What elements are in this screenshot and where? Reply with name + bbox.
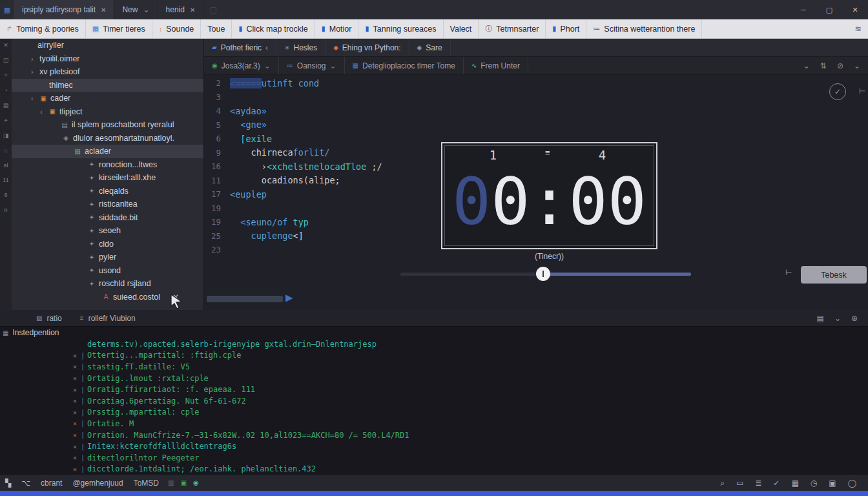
- toolbar-item[interactable]: ▮Tanning sureaces: [358, 19, 443, 38]
- tree-item[interactable]: ✦cldo: [12, 238, 203, 251]
- tab-close-icon[interactable]: ✕: [101, 6, 106, 14]
- check-icon[interactable]: ✓: [773, 479, 780, 488]
- code-line[interactable]: 5 <gne»: [204, 118, 617, 132]
- user-label[interactable]: @gemhenjuud: [72, 479, 123, 488]
- strip-icon[interactable]: ◔: [4, 87, 7, 94]
- toolbar-item[interactable]: Valect: [444, 19, 479, 38]
- clock-icon[interactable]: ◷: [811, 479, 817, 488]
- tree-item[interactable]: ✦seoeh: [12, 224, 203, 238]
- toolbar-trailing-icon[interactable]: ≋: [849, 24, 868, 34]
- tree-item[interactable]: ▤il splem poschatbont ryeralul: [12, 118, 203, 132]
- editor-tool-item[interactable]: ∗Hesles: [276, 39, 326, 56]
- globe-icon[interactable]: ⊛: [851, 314, 858, 323]
- tree-item-icon: ✦: [88, 267, 96, 274]
- toolbar-item[interactable]: ⓘTetmnsarter: [479, 19, 546, 38]
- editor-config-item[interactable]: ≔Oansiog⌄: [279, 57, 345, 74]
- toolbar-item[interactable]: ↱Toming & poories: [0, 19, 86, 38]
- link-icon[interactable]: ⊘: [837, 61, 843, 70]
- strip-icon[interactable]: ▤: [3, 102, 9, 108]
- strip-icon[interactable]: al: [3, 162, 8, 169]
- strip-icon[interactable]: ◨: [3, 132, 9, 139]
- circle-icon[interactable]: ◯: [848, 479, 856, 488]
- maximize-button[interactable]: ▢: [816, 0, 842, 19]
- chevron-down-icon[interactable]: ⌄: [834, 314, 841, 323]
- toolbar-item[interactable]: ▮Phort: [546, 19, 586, 38]
- window-tab[interactable]: ipsiply adfirysonp talit✕: [14, 0, 114, 19]
- horizontal-scrollbar[interactable]: [207, 296, 283, 302]
- console-output[interactable]: determs.tv).opacted.selerb-irigenyipe gx…: [0, 338, 868, 475]
- toolbar-item[interactable]: ↑Sounde: [152, 19, 202, 38]
- code-line[interactable]: 3: [204, 90, 617, 105]
- tree-item[interactable]: ◈dlulor aesomhartatnunatloyl.: [12, 132, 203, 145]
- tab-close-icon[interactable]: ✕: [190, 6, 195, 14]
- window-layout-icon[interactable]: ▚: [5, 479, 11, 488]
- tree-item[interactable]: ▤aclader: [12, 145, 203, 158]
- tree-chevron-icon[interactable]: ›: [31, 55, 36, 63]
- close-button[interactable]: ✕: [842, 0, 868, 19]
- slider-handle[interactable]: [536, 267, 550, 281]
- strip-icon[interactable]: 11: [3, 177, 8, 183]
- window-tab[interactable]: New⌄: [114, 0, 158, 19]
- minimize-button[interactable]: ─: [790, 0, 816, 19]
- tree-chevron-icon[interactable]: ‹: [31, 94, 36, 102]
- editor-config-item[interactable]: ▦Deteglioplacioc tlmer Tome: [345, 57, 464, 74]
- tree-item[interactable]: ✦ronoction...ltwes: [12, 158, 203, 172]
- tree-chevron-icon[interactable]: ‹: [40, 108, 45, 116]
- tree-item[interactable]: ›tyoilil.oimer: [12, 52, 203, 66]
- strip-icon[interactable]: ◫: [3, 57, 9, 63]
- code-line[interactable]: 4<aydao»: [204, 104, 617, 118]
- console-tab[interactable]: ▧ratio: [27, 310, 71, 326]
- toolbar-item[interactable]: ▮Motior: [315, 19, 359, 38]
- frame-icon[interactable]: ▭: [736, 479, 743, 488]
- branch-label[interactable]: cbrant: [41, 479, 62, 488]
- strip-icon[interactable]: ⌗: [4, 72, 7, 79]
- console-tab[interactable]: ≡rollefr Viubion: [71, 310, 145, 326]
- line-number: 25: [204, 231, 230, 241]
- tree-item[interactable]: ‹▣cader: [12, 92, 203, 105]
- strip-icon[interactable]: 8: [4, 192, 7, 198]
- editor-tool-item[interactable]: ◆Ehing vn Python:: [326, 39, 409, 56]
- image-icon[interactable]: ▤: [817, 314, 824, 323]
- search-icon[interactable]: ⌕: [720, 479, 725, 488]
- tree-item[interactable]: ✦cleqalds: [12, 185, 203, 198]
- tree-item[interactable]: ‹▣tlipject: [12, 105, 203, 119]
- toolbar-item-label: Click map trockle: [247, 25, 308, 34]
- toolbar-item[interactable]: ▦Timer tieres: [86, 19, 152, 38]
- chevron-down-icon[interactable]: ⌄: [803, 61, 810, 70]
- tree-item[interactable]: ✦kirseilerl:alll.xhe: [12, 171, 203, 185]
- tree-item[interactable]: ✦roschld rsjland: [12, 277, 203, 291]
- tree-item[interactable]: ✦risticanltea: [12, 198, 203, 211]
- strip-icon[interactable]: ✕: [3, 42, 8, 48]
- mode-label[interactable]: ToMSD: [134, 479, 159, 488]
- editor-config-item[interactable]: ∿Frem Unter: [464, 57, 528, 74]
- window-tab[interactable]: henid✕: [158, 0, 204, 19]
- editor-config-item[interactable]: ◉Josa3(ar.3)⌄: [204, 57, 279, 74]
- branch-icon[interactable]: ⌥: [21, 479, 30, 488]
- tree-item[interactable]: ✦siddade.bit: [12, 211, 203, 225]
- check-circle-icon[interactable]: ✓: [829, 83, 846, 100]
- strip-icon[interactable]: ⌖: [4, 117, 7, 124]
- tree-item[interactable]: ✦usond: [12, 264, 203, 278]
- toolbar-item[interactable]: ▮Click map trockle: [232, 19, 315, 38]
- tree-item[interactable]: thimec: [12, 79, 203, 92]
- editor-tool-item[interactable]: ◆Sare: [409, 39, 451, 56]
- code-line[interactable]: 2<=====utinft cond: [204, 76, 617, 90]
- swap-icon[interactable]: ⇅: [820, 61, 827, 70]
- list-icon[interactable]: ≣: [755, 479, 761, 488]
- chevron-down-icon[interactable]: ⌄: [854, 61, 860, 70]
- tree-item-label: suieed.costol: [113, 293, 160, 302]
- toolbar-item[interactable]: Toue: [201, 19, 232, 38]
- toolbar-item[interactable]: ≔Scitina wetterantion there: [586, 19, 702, 38]
- grid-icon[interactable]: ▦: [791, 479, 798, 488]
- editor-tool-item[interactable]: ▰Pothet fieric‹: [204, 39, 276, 56]
- timer-slider[interactable]: [400, 266, 691, 282]
- tree-item[interactable]: ✦pyler: [12, 251, 203, 264]
- reset-button[interactable]: Tebesk: [801, 266, 867, 284]
- box-icon[interactable]: ▣: [829, 479, 836, 488]
- strip-icon[interactable]: ⌂: [4, 147, 7, 154]
- tree-item[interactable]: airryiler: [12, 39, 203, 52]
- tree-chevron-icon[interactable]: ›: [31, 68, 36, 76]
- play-icon[interactable]: ▶: [285, 292, 293, 304]
- tree-item[interactable]: ›xv pletsioof: [12, 65, 203, 79]
- strip-icon[interactable]: n: [4, 207, 7, 213]
